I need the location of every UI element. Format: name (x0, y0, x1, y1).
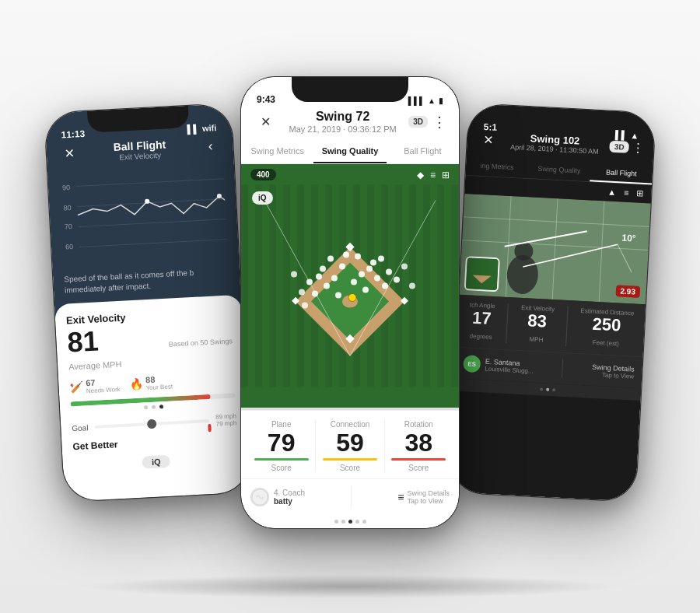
video-score: 2.93 (615, 285, 640, 298)
ev-value: 81 (66, 324, 99, 358)
right-phone: 5:1 ▌▌ ▲ ✕ Swing 102 April 28, 2019 · 11… (449, 103, 656, 502)
rotation-score-bar (391, 458, 446, 461)
center-title: Swing 72 (277, 110, 408, 124)
svg-text:60: 60 (65, 243, 74, 251)
dot-1 (143, 405, 147, 409)
coach-avatar (250, 488, 269, 506)
svg-text:90: 90 (62, 184, 71, 192)
svg-point-40 (306, 279, 313, 285)
svg-point-23 (359, 271, 365, 278)
svg-point-42 (378, 256, 384, 262)
right-coach-info: ES E. Santana Louisville Slugg... (463, 355, 534, 376)
center-phone: 9:43 ▌▌▌ ▲ ▮ ✕ Swing 72 May 21, 2019 · 0… (241, 77, 459, 528)
right-coach-avatar: ES (463, 355, 481, 373)
right-metric-velocity: Exit Velocity 83 MPH (520, 304, 555, 345)
left-phone: 11:13 ▌▌ wifi ✕ Ball Flight Exit Velocit… (44, 103, 251, 502)
right-status-icons: ▌▌ ▲ (615, 130, 639, 141)
svg-point-45 (291, 271, 297, 278)
right-metric-angle: tch Angle 17 degrees (467, 301, 495, 342)
right-status-time: 5:1 (483, 121, 497, 133)
close-icon[interactable]: ✕ (57, 141, 82, 166)
right-swing-details[interactable]: Swing Details Tap to View (591, 363, 634, 380)
diamond-icon[interactable]: ◆ (417, 170, 424, 180)
ev-needs-work-label: Needs Work (86, 386, 121, 394)
field-iq-badge: iQ (252, 191, 273, 205)
right-dot-3 (552, 388, 555, 391)
svg-point-25 (366, 266, 373, 272)
svg-point-37 (343, 252, 349, 258)
right-metric-angle-unit: degrees (469, 333, 492, 342)
chevron-down-icon[interactable]: ‹ (198, 134, 223, 159)
field-svg (241, 164, 459, 408)
right-metric-distance: Estimated Distance 250 Feet (est) (579, 307, 635, 350)
get-better: Get Better (72, 433, 237, 452)
svg-point-44 (299, 289, 305, 296)
battery-icon: ▮ (439, 96, 443, 105)
ev-stats: 🏏 67 Needs Work 🔥 88 Your Best (69, 370, 235, 395)
svg-point-24 (339, 264, 345, 270)
more-options-icon[interactable]: ⋮ (432, 114, 446, 131)
center-dot-indicator (241, 515, 459, 528)
svg-text:10°: 10° (621, 233, 636, 244)
svg-point-36 (370, 260, 376, 266)
dot-3-active (159, 405, 163, 408)
right-metric-velocity-value: 83 (520, 311, 555, 331)
tab-ball-flight[interactable]: Ball Flight (387, 140, 459, 163)
video-thumbnail[interactable] (464, 256, 500, 292)
list-icon[interactable]: ≡ (430, 170, 436, 180)
svg-point-27 (351, 279, 357, 285)
coach-info: 4. Coach batty (250, 488, 305, 506)
svg-point-46 (401, 264, 408, 270)
svg-point-47 (409, 283, 415, 289)
svg-point-48 (302, 303, 308, 309)
right-tab-quality[interactable]: Swing Quality (527, 159, 590, 181)
info-divider (351, 485, 352, 509)
field-top-bar: 400 ◆ ≡ ⊞ (241, 164, 459, 185)
metric-plane: Plane 79 Score (247, 420, 315, 472)
svg-point-43 (348, 294, 356, 302)
swing-details-sub: Tap to View (407, 497, 450, 505)
metrics-bar: Plane 79 Score Connection 59 Score R (241, 410, 459, 478)
metric-rotation-label: Rotation (385, 420, 453, 429)
metric-connection-score-label: Score (316, 464, 383, 472)
svg-point-35 (355, 254, 361, 260)
center-close-icon[interactable]: ✕ (254, 110, 277, 134)
tab-swing-quality[interactable]: Swing Quality (313, 140, 386, 163)
center-3d-badge[interactable]: 3D (408, 116, 428, 128)
plane-score-bar (254, 458, 309, 461)
tab-swing-metrics[interactable]: Swing Metrics (241, 140, 313, 163)
right-tab-flight[interactable]: Ball Flight (590, 163, 653, 184)
dot-2 (151, 405, 155, 409)
right-swing-sub: Tap to View (591, 370, 634, 380)
video-background: 10° 2.93 (459, 194, 650, 304)
svg-line-7 (79, 239, 227, 247)
svg-line-6 (79, 219, 228, 227)
grid-icon[interactable]: ⊞ (442, 170, 450, 180)
left-white-panel: Exit Velocity 81 Based on 50 Swings Aver… (54, 295, 251, 502)
goal-label: Goal (72, 423, 89, 433)
swing-details[interactable]: ≡ Swing Details Tap to View (397, 489, 450, 505)
svg-rect-62 (466, 257, 499, 290)
svg-point-34 (327, 256, 334, 262)
right-tab-metrics[interactable]: ing Metrics (465, 156, 528, 178)
swing-details-label: Swing Details (407, 489, 450, 497)
right-coach-divider (562, 359, 563, 378)
ev-unit: Average MPH (68, 359, 122, 372)
left-chart-area: 90 80 70 60 (47, 164, 239, 267)
svg-point-31 (312, 291, 318, 297)
ev-goal: Goal 89 mph 79 mph (72, 412, 237, 435)
right-metric-distance-unit: Feet (est) (592, 339, 619, 348)
svg-point-39 (320, 266, 326, 272)
svg-point-26 (324, 283, 330, 289)
ev-best-label: Your Best (145, 383, 173, 391)
baseball-field: 400 ◆ ≡ ⊞ iQ (241, 164, 459, 408)
left-status-icons: ▌▌ wifi (187, 123, 217, 134)
metric-connection: Connection 59 Score (316, 420, 383, 472)
center-tabs: Swing Metrics Swing Quality Ball Flight (241, 140, 459, 164)
connection-score-bar (323, 458, 377, 461)
right-metric-divider-1 (506, 303, 509, 343)
svg-line-4 (76, 178, 228, 187)
metric-plane-score-label: Score (247, 464, 315, 472)
video-area: 10° 2.93 (459, 194, 650, 304)
svg-point-41 (394, 277, 400, 283)
